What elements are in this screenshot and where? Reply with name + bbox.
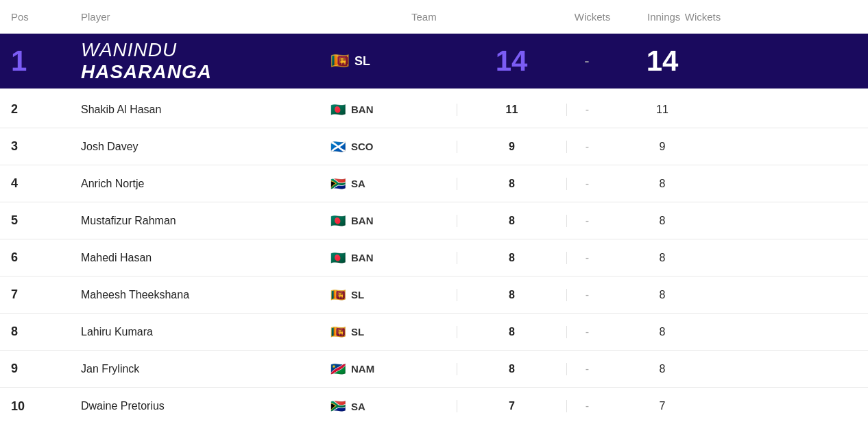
row-wickets: 8 <box>457 252 566 264</box>
row-last-wickets: 8 <box>607 178 717 190</box>
row-flag: 🇧🇩 <box>330 213 346 228</box>
row-last-wickets: 8 <box>607 252 717 264</box>
row-team-code: SA <box>351 401 365 412</box>
row-player: Mustafizur Rahman <box>75 215 320 227</box>
row-innings: - <box>566 104 607 116</box>
row-flag: 🇧🇩 <box>330 102 346 117</box>
row-team: 🇿🇦 SA <box>320 176 457 191</box>
col-header-player: Player <box>75 5 400 28</box>
row-wickets: 8 <box>457 178 566 190</box>
row-innings: - <box>566 289 607 301</box>
featured-first-name: WANINDU <box>81 39 177 60</box>
row-wickets: 8 <box>457 289 566 301</box>
row-pos: 5 <box>0 213 75 228</box>
row-flag: 🇧🇩 <box>330 250 346 266</box>
row-team: 🇿🇦 SA <box>320 399 457 414</box>
row-team: 🏴󠁧󠁢󠁳󠁣󠁴󠁿 SCO <box>320 139 457 154</box>
row-wickets: 7 <box>457 400 566 412</box>
col-header-team: Team <box>400 5 538 28</box>
row-team-code: SCO <box>351 141 374 152</box>
featured-team-cell: 🇱🇰 SL <box>320 54 457 69</box>
table-header: Pos Player Team Wickets Innings Wickets <box>0 0 868 34</box>
row-player: Maheesh Theekshana <box>75 289 320 301</box>
row-pos: 10 <box>0 399 75 414</box>
row-last-wickets: 8 <box>607 215 717 227</box>
featured-team-code: SL <box>354 54 370 69</box>
table-row: 4 Anrich Nortje 🇿🇦 SA 8 - 8 <box>0 165 868 202</box>
table-row: 6 Mahedi Hasan 🇧🇩 BAN 8 - 8 <box>0 239 868 276</box>
col-header-wickets: Wickets <box>538 5 647 28</box>
row-player: Josh Davey <box>75 141 320 153</box>
table-row: 3 Josh Davey 🏴󠁧󠁢󠁳󠁣󠁴󠁿 SCO 9 - 9 <box>0 128 868 165</box>
row-innings: - <box>566 400 607 412</box>
row-team: 🇱🇰 SL <box>320 325 457 340</box>
row-player: Lahiru Kumara <box>75 326 320 338</box>
row-last-wickets: 7 <box>607 400 717 412</box>
featured-last-wickets: 14 <box>607 45 717 78</box>
row-innings: - <box>566 252 607 264</box>
row-team-code: BAN <box>351 104 374 115</box>
row-pos: 2 <box>0 102 75 117</box>
row-last-wickets: 8 <box>607 289 717 301</box>
row-team-code: SA <box>351 178 365 189</box>
row-innings: - <box>566 178 607 190</box>
row-team-code: BAN <box>351 252 374 263</box>
row-pos: 7 <box>0 287 75 302</box>
row-team: 🇧🇩 BAN <box>320 213 457 228</box>
row-team: 🇧🇩 BAN <box>320 250 457 266</box>
col-header-pos: Pos <box>0 5 75 28</box>
row-pos: 6 <box>0 250 75 265</box>
row-pos: 9 <box>0 362 75 376</box>
featured-last-name: HASARANGA <box>81 61 212 82</box>
table-row: 10 Dwaine Pretorius 🇿🇦 SA 7 - 7 <box>0 388 868 424</box>
leaderboard-table: Pos Player Team Wickets Innings Wickets … <box>0 0 868 424</box>
row-team-code: NAM <box>351 363 374 375</box>
featured-pos: 1 <box>0 45 75 78</box>
table-row: 5 Mustafizur Rahman 🇧🇩 BAN 8 - 8 <box>0 202 868 239</box>
table-row: 8 Lahiru Kumara 🇱🇰 SL 8 - 8 <box>0 314 868 351</box>
data-rows-container: 2 Shakib Al Hasan 🇧🇩 BAN 11 - 11 3 Josh … <box>0 91 868 424</box>
row-player: Shakib Al Hasan <box>75 104 320 116</box>
row-last-wickets: 8 <box>607 363 717 375</box>
table-row: 7 Maheesh Theekshana 🇱🇰 SL 8 - 8 <box>0 276 868 314</box>
row-pos: 8 <box>0 325 75 339</box>
row-last-wickets: 9 <box>607 141 717 153</box>
row-player: Anrich Nortje <box>75 178 320 190</box>
featured-flag: 🇱🇰 <box>330 54 349 69</box>
row-flag: 🇱🇰 <box>330 325 346 340</box>
featured-row: 1 WANINDU HASARANGA 🇱🇰 SL 14 - 14 <box>0 34 868 89</box>
featured-wickets: 14 <box>457 45 566 78</box>
table-row: 2 Shakib Al Hasan 🇧🇩 BAN 11 - 11 <box>0 91 868 128</box>
featured-player-name: WANINDU HASARANGA <box>75 39 320 83</box>
col-header-last-wickets: Wickets <box>648 5 758 28</box>
row-player: Jan Frylinck <box>75 363 320 375</box>
row-wickets: 9 <box>457 141 566 153</box>
row-flag: 🇱🇰 <box>330 287 346 303</box>
row-innings: - <box>566 141 607 153</box>
row-wickets: 8 <box>457 326 566 338</box>
row-innings: - <box>566 215 607 227</box>
row-team: 🇳🇦 NAM <box>320 362 457 377</box>
row-wickets: 8 <box>457 363 566 375</box>
row-flag: 🇿🇦 <box>330 399 346 414</box>
row-wickets: 11 <box>457 104 566 116</box>
row-pos: 3 <box>0 139 75 154</box>
row-team-code: BAN <box>351 215 374 226</box>
row-flag: 🇳🇦 <box>330 362 346 377</box>
row-team-code: SL <box>351 289 364 301</box>
table-row: 9 Jan Frylinck 🇳🇦 NAM 8 - 8 <box>0 351 868 388</box>
row-pos: 4 <box>0 176 75 191</box>
row-innings: - <box>566 326 607 338</box>
row-team-code: SL <box>351 326 364 338</box>
row-wickets: 8 <box>457 215 566 227</box>
row-team: 🇧🇩 BAN <box>320 102 457 117</box>
row-last-wickets: 8 <box>607 326 717 338</box>
row-innings: - <box>566 363 607 375</box>
row-flag: 🇿🇦 <box>330 176 346 191</box>
row-player: Dwaine Pretorius <box>75 400 320 412</box>
row-flag: 🏴󠁧󠁢󠁳󠁣󠁴󠁿 <box>330 139 346 154</box>
row-team: 🇱🇰 SL <box>320 287 457 303</box>
row-last-wickets: 11 <box>607 104 717 116</box>
row-player: Mahedi Hasan <box>75 252 320 264</box>
featured-innings-dash: - <box>566 52 607 70</box>
